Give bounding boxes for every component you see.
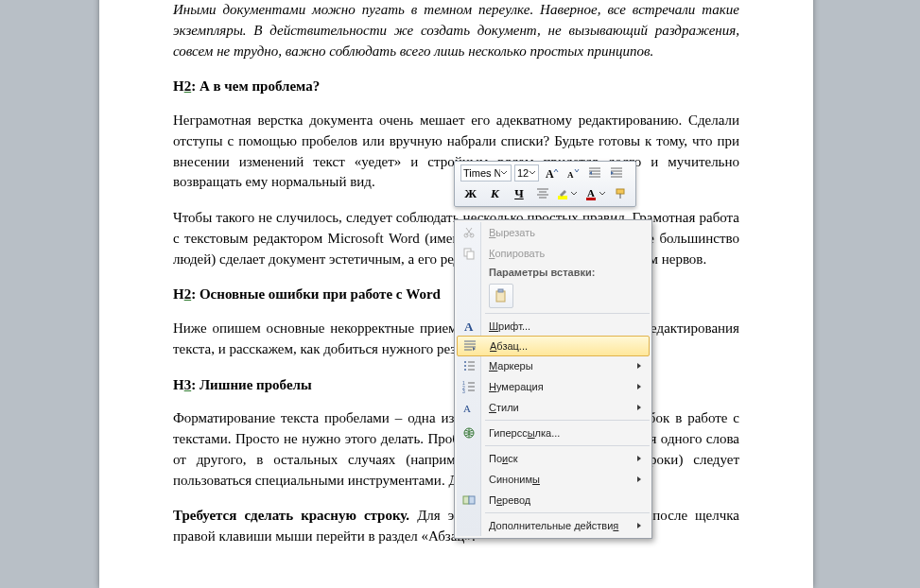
copy-icon bbox=[461, 246, 477, 261]
paste-options-header: Параметры вставки: bbox=[457, 264, 650, 281]
paste-option-button[interactable] bbox=[489, 284, 513, 308]
hyperlink-icon bbox=[461, 425, 477, 441]
submenu-arrow-icon bbox=[636, 402, 642, 413]
menu-item-translate[interactable]: Перевод bbox=[457, 490, 650, 510]
svg-rect-9 bbox=[467, 251, 474, 259]
italic-button[interactable]: К bbox=[485, 184, 506, 203]
align-center-button[interactable] bbox=[533, 185, 552, 202]
menu-label: Поиск bbox=[489, 453, 518, 464]
font-color-button[interactable]: A bbox=[583, 185, 608, 202]
font-size-value: 12 bbox=[517, 167, 529, 179]
heading-prefix: Н bbox=[173, 78, 184, 94]
bold-button[interactable]: Ж bbox=[460, 184, 481, 203]
heading-text: : А в чем проблема? bbox=[191, 78, 320, 94]
context-menu: Вырезать Копировать Параметры вставки: A… bbox=[454, 219, 652, 539]
svg-rect-22 bbox=[469, 496, 475, 504]
menu-item-cut[interactable]: Вырезать bbox=[457, 222, 650, 243]
font-size-combo[interactable]: 12 bbox=[514, 164, 539, 182]
menu-label: Маркеры bbox=[489, 360, 533, 372]
svg-rect-10 bbox=[496, 291, 505, 302]
svg-rect-21 bbox=[463, 496, 469, 504]
svg-rect-4 bbox=[586, 198, 596, 200]
svg-text:A: A bbox=[587, 187, 595, 199]
chevron-down-icon bbox=[500, 169, 509, 177]
menu-label: Стили bbox=[489, 402, 519, 413]
svg-text:A: A bbox=[546, 167, 554, 180]
format-painter-button[interactable] bbox=[611, 185, 630, 202]
heading-text: : Лишние пробелы bbox=[191, 377, 312, 392]
paste-options-row bbox=[457, 281, 650, 311]
heading-prefix: Н bbox=[173, 377, 184, 392]
heading-h2-problem: Н2: А в чем проблема? bbox=[173, 77, 739, 97]
svg-rect-11 bbox=[498, 289, 503, 292]
menu-label: Нумерация bbox=[489, 381, 544, 392]
styles-icon: A bbox=[461, 400, 477, 415]
submenu-arrow-icon bbox=[636, 453, 642, 464]
menu-item-synonyms[interactable]: Синонимы bbox=[457, 469, 650, 490]
highlight-button[interactable] bbox=[555, 185, 580, 202]
svg-rect-2 bbox=[558, 196, 567, 199]
font-icon: A bbox=[461, 319, 477, 334]
menu-item-hyperlink[interactable]: Гиперссылка... bbox=[457, 423, 650, 443]
menu-label: Шрифт... bbox=[489, 320, 530, 332]
underline-button[interactable]: Ч bbox=[509, 184, 529, 203]
mini-toolbar: Times Ne 12 A A Ж К Ч A bbox=[454, 161, 636, 207]
svg-point-13 bbox=[464, 361, 466, 363]
shrink-font-button[interactable]: A bbox=[564, 164, 582, 182]
svg-text:3: 3 bbox=[462, 389, 465, 393]
font-name-combo[interactable]: Times Ne bbox=[460, 164, 512, 182]
cut-icon bbox=[461, 225, 477, 240]
menu-item-numbering[interactable]: 123 Нумерация bbox=[457, 376, 650, 397]
submenu-arrow-icon bbox=[636, 360, 642, 372]
chevron-down-icon bbox=[570, 191, 578, 197]
heading-text: : Основные ошибки при работе с Word bbox=[191, 286, 441, 302]
menu-item-search[interactable]: Поиск bbox=[457, 448, 650, 469]
svg-rect-5 bbox=[616, 189, 624, 194]
svg-point-15 bbox=[464, 369, 466, 371]
chevron-down-icon bbox=[599, 191, 606, 197]
heading-prefix: Н bbox=[173, 286, 184, 302]
submenu-arrow-icon bbox=[636, 381, 642, 392]
menu-item-styles[interactable]: A Стили bbox=[457, 397, 650, 418]
menu-label: Вырезать bbox=[489, 227, 535, 238]
menu-label: Абзац... bbox=[490, 340, 528, 352]
paragraph-icon bbox=[462, 338, 477, 354]
menu-item-extra-actions[interactable]: Дополнительные действия bbox=[457, 515, 650, 536]
menu-item-paragraph[interactable]: Абзац... bbox=[457, 336, 650, 356]
menu-label: Перевод bbox=[489, 494, 530, 506]
menu-label: Синонимы bbox=[489, 474, 540, 485]
increase-indent-button[interactable] bbox=[607, 164, 626, 182]
svg-text:A: A bbox=[464, 320, 474, 333]
svg-text:A: A bbox=[463, 403, 471, 414]
menu-item-bullets[interactable]: Маркеры bbox=[457, 355, 650, 376]
intro-paragraph: Иными документами можно пугать в темном … bbox=[173, 0, 739, 61]
bullets-icon bbox=[461, 358, 477, 373]
submenu-arrow-icon bbox=[636, 520, 642, 531]
chevron-down-icon bbox=[529, 169, 536, 177]
submenu-arrow-icon bbox=[636, 474, 642, 485]
menu-item-font[interactable]: A Шрифт... bbox=[457, 316, 650, 337]
grow-font-button[interactable]: A bbox=[542, 164, 561, 182]
menu-item-copy[interactable]: Копировать bbox=[457, 243, 650, 264]
decrease-indent-button[interactable] bbox=[585, 164, 604, 182]
svg-text:A: A bbox=[567, 170, 574, 180]
font-name-value: Times Ne bbox=[463, 167, 500, 179]
svg-point-14 bbox=[464, 365, 466, 367]
menu-label: Гиперссылка... bbox=[489, 427, 560, 439]
menu-label: Копировать bbox=[489, 248, 545, 259]
bold-text: Требуется сделать красную строку. bbox=[173, 508, 409, 523]
numbering-icon: 123 bbox=[461, 379, 477, 394]
menu-label: Дополнительные действия bbox=[489, 520, 618, 531]
translate-icon bbox=[461, 493, 477, 508]
